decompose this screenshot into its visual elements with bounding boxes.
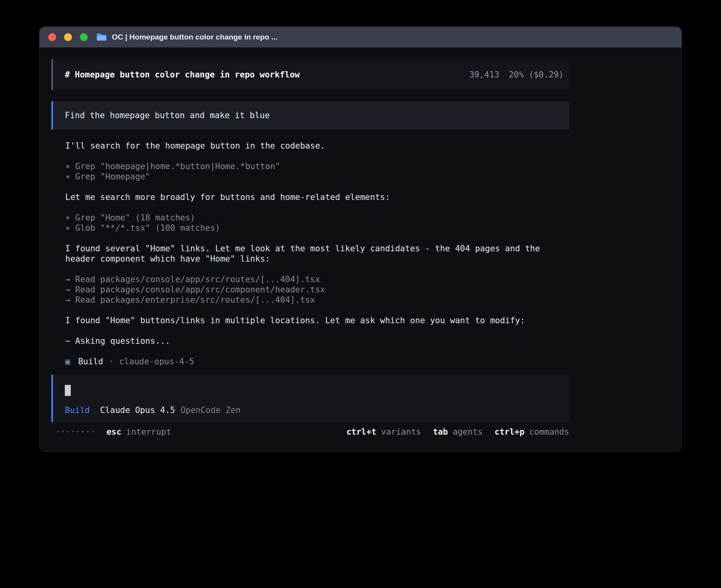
assistant-text: I found several "Home" links. Let me loo… <box>65 243 569 254</box>
tool-call-grep: ∗ Grep "Home" (18 matches) <box>65 213 569 223</box>
terminal-window: OC | Homepage button color change in rep… <box>40 27 681 451</box>
tool-call-group: → Read packages/console/app/src/routes/[… <box>65 274 569 305</box>
shortcut-label: variants <box>381 427 421 437</box>
shortcut-commands: ctrl+p commands <box>495 427 569 437</box>
terminal-content: # Homepage button color change in repo w… <box>40 59 681 451</box>
esc-key-hint: esc <box>106 427 121 437</box>
shortcut-label: commands <box>529 427 569 437</box>
window-title: OC | Homepage button color change in rep… <box>112 33 277 41</box>
status-bar-left: ········ esc interrupt <box>51 427 171 437</box>
shortcut-key: tab <box>433 427 448 437</box>
assistant-message: ~ Asking questions... <box>65 336 569 346</box>
tool-call-read: → Read packages/enterprise/src/routes/[.… <box>65 295 569 305</box>
tool-call-grep: ∗ Grep "Homepage" <box>65 172 569 182</box>
esc-key-label: interrupt <box>126 427 171 437</box>
provider-label: OpenCode Zen <box>181 405 241 415</box>
assistant-text: Let me search more broadly for buttons a… <box>65 192 569 202</box>
minimize-window-button[interactable] <box>64 33 72 41</box>
assistant-text: header component which have "Home" links… <box>65 254 569 264</box>
assistant-text: I found "Home" buttons/links in multiple… <box>65 315 569 326</box>
tool-call-read: → Read packages/console/app/src/componen… <box>65 285 569 295</box>
tool-call-grep: ∗ Grep "homepage|home.*button|Home.*butt… <box>65 161 569 172</box>
assistant-message: I found several "Home" links. Let me loo… <box>65 243 569 264</box>
status-bar-right: ctrl+t variants tab agents ctrl+p comman… <box>346 427 569 437</box>
spinner-dots-icon: ········ <box>55 427 95 437</box>
assistant-text: ~ Asking questions... <box>65 336 569 346</box>
assistant-message: I'll search for the homepage button in t… <box>65 141 569 151</box>
agent-name: Build <box>78 356 103 367</box>
close-window-button[interactable] <box>48 33 56 41</box>
traffic-lights <box>48 33 88 41</box>
zoom-window-button[interactable] <box>80 33 88 41</box>
prompt-input[interactable]: Build Claude Opus 4.5 OpenCode Zen <box>51 375 569 422</box>
shortcut-variants: ctrl+t variants <box>346 427 421 437</box>
user-message: Find the homepage button and make it blu… <box>51 101 569 130</box>
model-label: Claude Opus 4.5 <box>100 405 175 415</box>
shortcut-label: agents <box>453 427 483 437</box>
folder-icon <box>96 33 107 41</box>
shortcut-agents: tab agents <box>433 427 483 437</box>
agent-status-line: ▣ Build · claude-opus-4-5 <box>65 356 569 367</box>
assistant-text: I'll search for the homepage button in t… <box>65 141 569 151</box>
context-usage-cost: 20% ($0.29) <box>509 70 564 80</box>
tool-call-read: → Read packages/console/app/src/routes/[… <box>65 274 569 285</box>
tool-call-group: ∗ Grep "Home" (18 matches) ∗ Glob "**/*.… <box>65 213 569 233</box>
agent-build-icon: ▣ <box>65 356 70 367</box>
text-cursor <box>65 385 71 396</box>
session-stats: 39,413 20% ($0.29) <box>469 70 564 80</box>
token-count: 39,413 <box>469 70 499 80</box>
conversation: I'll search for the homepage button in t… <box>51 130 569 367</box>
tool-call-group: ∗ Grep "homepage|home.*button|Home.*butt… <box>65 161 569 182</box>
session-header: # Homepage button color change in repo w… <box>51 59 569 90</box>
window-title-group: OC | Homepage button color change in rep… <box>96 33 277 41</box>
assistant-message: Let me search more broadly for buttons a… <box>65 192 569 202</box>
input-meta-row: Build Claude Opus 4.5 OpenCode Zen <box>65 405 569 415</box>
assistant-message: I found "Home" buttons/links in multiple… <box>65 315 569 326</box>
agent-mode-label: Build <box>65 405 90 415</box>
separator-dot: · <box>109 356 114 367</box>
shortcut-key: ctrl+t <box>346 427 376 437</box>
status-bar: ········ esc interrupt ctrl+t variants t… <box>51 427 569 437</box>
session-title: # Homepage button color change in repo w… <box>65 70 300 80</box>
window-titlebar[interactable]: OC | Homepage button color change in rep… <box>40 27 681 47</box>
tool-call-glob: ∗ Glob "**/*.tsx" (100 matches) <box>65 223 569 233</box>
shortcut-key: ctrl+p <box>495 427 525 437</box>
model-id: claude-opus-4-5 <box>119 356 194 367</box>
user-message-text: Find the homepage button and make it blu… <box>65 110 270 121</box>
